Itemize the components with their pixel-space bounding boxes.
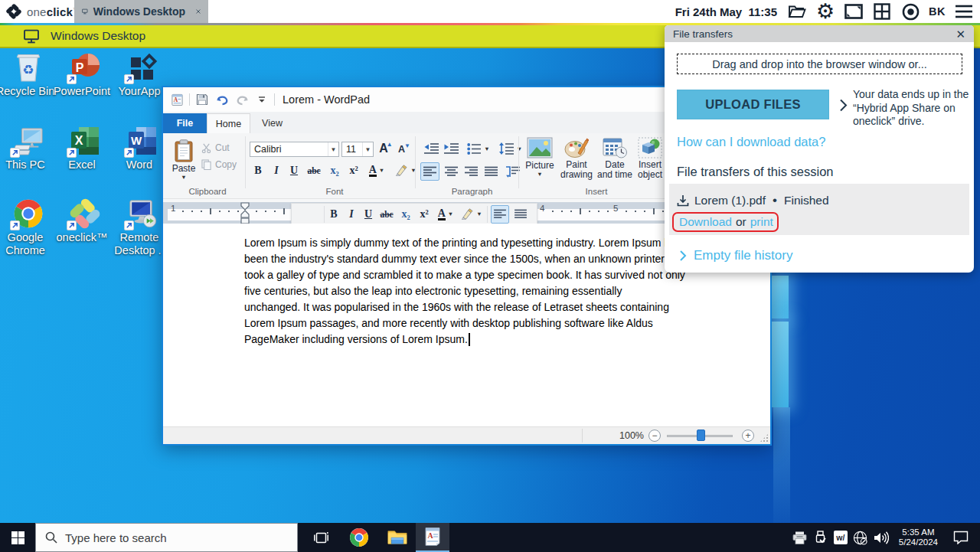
taskbar-explorer-button[interactable]	[381, 523, 414, 552]
customize-quick-access-icon[interactable]	[254, 92, 270, 107]
chrome-icon	[349, 528, 369, 547]
apps-grid-icon[interactable]	[872, 2, 892, 21]
file-transfers-panel: File transfers ✕ Drag and drop into the …	[665, 25, 974, 273]
chrome-icon	[13, 198, 44, 229]
mini-justify-button[interactable]	[511, 205, 530, 224]
shrink-font-button[interactable]: A▼	[396, 141, 413, 158]
grow-font-button[interactable]: A▲	[377, 139, 394, 158]
zoom-out-button[interactable]: −	[648, 430, 661, 442]
menu-hamburger-icon[interactable]	[954, 2, 974, 21]
monitor-icon	[82, 5, 88, 18]
align-right-button[interactable]	[462, 162, 481, 181]
topbar-controls: Fri 24th May 11:35 ⚙	[675, 0, 974, 23]
paragraph-settings-button[interactable]	[501, 162, 523, 181]
task-view-button[interactable]	[304, 523, 338, 552]
undo-button[interactable]	[214, 92, 230, 107]
document-line: five centuries, but also the leap into e…	[244, 285, 622, 297]
taskbar-search-input[interactable]: Type here to search	[35, 523, 298, 552]
mini-bold-button[interactable]: B	[325, 206, 343, 223]
zoom-in-button[interactable]: +	[742, 430, 754, 442]
volume-icon[interactable]	[874, 530, 889, 545]
wordpad-app-icon[interactable]: A	[169, 92, 185, 107]
tab-close-icon[interactable]	[196, 6, 201, 17]
upload-files-button[interactable]: UPLOAD FILES	[677, 90, 829, 119]
tab-file[interactable]: File	[163, 113, 207, 133]
session-tab-windows-desktop[interactable]: Windows Desktop	[74, 0, 208, 23]
taskbar-chrome-button[interactable]	[342, 523, 376, 552]
mini-superscript-button[interactable]: x²	[415, 206, 433, 223]
tab-home[interactable]: Home	[207, 113, 250, 133]
italic-button[interactable]: I	[269, 162, 284, 178]
mini-strikethrough-button[interactable]: abc	[377, 206, 397, 223]
svg-text:W: W	[131, 134, 142, 147]
file-transfers-icon[interactable]	[787, 2, 807, 21]
tab-view[interactable]: View	[250, 113, 294, 133]
record-icon[interactable]	[900, 2, 920, 21]
date-time-button[interactable]: Date and time	[596, 137, 633, 188]
panel-close-icon[interactable]: ✕	[956, 28, 965, 40]
taskbar-wordpad-button[interactable]: A	[416, 523, 449, 552]
insert-object-button[interactable]: Insert object	[632, 137, 668, 188]
subscript-button[interactable]: x₂	[326, 162, 343, 178]
underline-button[interactable]: U	[286, 162, 302, 178]
start-button[interactable]	[0, 523, 35, 552]
settings-gear-icon[interactable]: ⚙	[815, 2, 835, 21]
mini-italic-button[interactable]: I	[343, 206, 360, 223]
bold-button[interactable]: B	[250, 162, 266, 178]
search-icon	[45, 531, 57, 544]
monitor-icon	[23, 29, 40, 44]
printer-icon[interactable]	[792, 530, 808, 545]
align-left-button[interactable]	[420, 162, 439, 181]
paint-drawing-button[interactable]: Paint drawing	[558, 137, 595, 188]
file-transfers-header[interactable]: File transfers ✕	[665, 25, 974, 42]
fullscreen-icon[interactable]	[844, 2, 864, 21]
group-label-clipboard: Clipboard	[171, 187, 244, 196]
strikethrough-button[interactable]: abc	[304, 162, 324, 178]
svg-text:A: A	[427, 531, 433, 540]
align-center-button[interactable]	[442, 162, 461, 181]
wallpaper-light-beam	[773, 407, 790, 523]
taskbar-clock[interactable]: 5:35 AM 5/24/2024	[894, 528, 942, 548]
paste-button[interactable]: Paste ▼	[171, 136, 197, 184]
empty-file-history-link[interactable]: Empty file history	[679, 248, 792, 263]
drag-drop-zone[interactable]: Drag and drop into the browser window or…	[677, 54, 962, 74]
action-center-icon[interactable]	[948, 531, 974, 544]
save-button[interactable]	[194, 92, 210, 107]
mini-font-color-button[interactable]: A▼	[433, 206, 458, 223]
download-link[interactable]: Download	[679, 215, 732, 229]
justify-button[interactable]	[482, 162, 501, 181]
line-spacing-button[interactable]: ▼	[495, 139, 526, 158]
font-color-button[interactable]: A▼	[364, 162, 390, 178]
svg-text:A: A	[173, 96, 178, 103]
mini-highlight-button[interactable]: ▼	[458, 206, 485, 223]
this-pc-icon	[13, 126, 44, 156]
clock-date: 5/24/2024	[899, 537, 938, 548]
desktop-icon-google-chrome[interactable]: Google Chrome	[0, 198, 57, 256]
zoom-slider-thumb[interactable]	[697, 430, 705, 441]
user-avatar[interactable]: BK	[929, 5, 946, 18]
insert-picture-button[interactable]: Picture ▼	[523, 137, 557, 188]
usb-icon[interactable]	[813, 530, 828, 545]
how-download-link[interactable]: How can I download data?	[677, 135, 825, 149]
redo-button[interactable]	[234, 92, 250, 107]
remote-desktop-icon	[127, 198, 158, 229]
mini-align-left-button[interactable]	[491, 205, 509, 224]
decrease-indent-button[interactable]	[421, 139, 441, 158]
group-label-paragraph: Paragraph	[421, 187, 523, 196]
resize-grip[interactable]	[760, 433, 769, 443]
shortcut-arrow-badge	[124, 148, 134, 158]
superscript-button[interactable]: x²	[345, 162, 362, 178]
cut-button[interactable]: Cut	[201, 141, 247, 155]
w-slash-app-icon[interactable]: w/	[834, 531, 848, 544]
print-link[interactable]: print	[750, 215, 773, 229]
mini-subscript-button[interactable]: x₂	[397, 206, 415, 223]
recycle-bin-icon: ♻	[13, 52, 44, 83]
indent-marker[interactable]	[240, 202, 250, 225]
bullets-button[interactable]: ▼	[464, 139, 493, 158]
network-globe-icon[interactable]	[853, 530, 868, 545]
rainbow-divider	[0, 23, 980, 25]
font-size-select[interactable]: 11▼	[341, 142, 374, 157]
font-family-select[interactable]: Calibri▼	[250, 142, 339, 157]
mini-underline-button[interactable]: U	[360, 206, 377, 223]
increase-indent-button[interactable]	[441, 139, 461, 158]
